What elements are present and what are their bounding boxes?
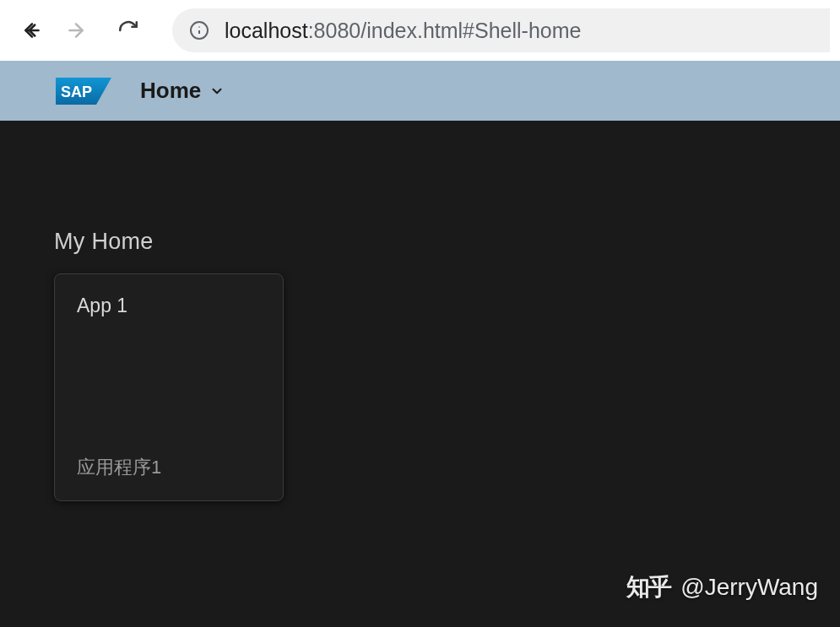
forward-icon — [65, 19, 87, 41]
nav-menu-home[interactable]: Home — [140, 78, 225, 104]
url-host: localhost — [225, 19, 308, 42]
back-icon — [21, 19, 43, 41]
address-bar[interactable]: localhost:8080/index.html#Shell-home — [172, 8, 830, 52]
browser-chrome: localhost:8080/index.html#Shell-home — [0, 0, 840, 61]
browser-nav-buttons — [10, 15, 147, 46]
tile-title: App 1 — [77, 295, 261, 317]
back-button[interactable] — [17, 15, 47, 46]
sap-logo-icon: SAP — [56, 78, 111, 105]
svg-point-3 — [198, 26, 200, 28]
app-tile[interactable]: App 1 应用程序1 — [54, 273, 284, 501]
nav-menu-label: Home — [140, 78, 201, 104]
site-info-icon[interactable] — [189, 20, 209, 41]
group-title: My Home — [54, 121, 786, 273]
reload-button[interactable] — [113, 15, 144, 46]
watermark: 知乎 @JerryWang — [626, 571, 818, 603]
svg-text:SAP: SAP — [61, 84, 92, 100]
sap-logo[interactable]: SAP — [56, 78, 111, 105]
reload-icon — [117, 19, 139, 41]
watermark-handle: @JerryWang — [680, 574, 818, 601]
forward-button[interactable] — [61, 15, 91, 46]
chevron-down-icon — [209, 84, 225, 99]
content-area: My Home App 1 应用程序1 知乎 @JerryWang — [0, 121, 840, 627]
url-rest: :8080/index.html#Shell-home — [308, 19, 582, 42]
url-text: localhost:8080/index.html#Shell-home — [225, 19, 581, 43]
tile-subtitle: 应用程序1 — [77, 455, 261, 480]
shell-header: SAP Home — [0, 61, 840, 121]
zhihu-site-label: 知乎 — [626, 571, 670, 603]
